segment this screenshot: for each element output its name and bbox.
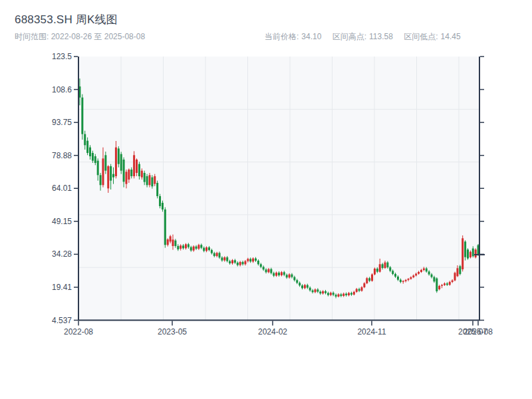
candle-up: [172, 239, 174, 246]
candle-down: [97, 161, 99, 176]
candle-up: [371, 275, 373, 281]
candle-up: [216, 253, 218, 256]
x-axis-label: 2024-02: [258, 327, 287, 336]
candle-down: [317, 289, 319, 291]
candle-down: [293, 277, 295, 281]
kline-chart: 123.5108.693.7578.8864.0149.1534.2819.41…: [0, 0, 532, 399]
candle-down: [265, 269, 267, 272]
candle-up: [304, 285, 306, 289]
candle-down: [386, 263, 388, 267]
candle-down: [242, 262, 244, 264]
y-axis-label: 49.15: [52, 217, 72, 226]
candle-down: [291, 275, 293, 277]
candle-down: [286, 275, 288, 277]
y-axis-label: 78.88: [52, 151, 72, 160]
candle-down: [196, 247, 198, 249]
y-axis-label: 19.41: [52, 283, 72, 292]
candle-up: [363, 283, 365, 287]
candle-down: [162, 203, 164, 209]
candle-down: [182, 245, 184, 248]
x-axis-label: 2022-08: [64, 327, 93, 336]
candle-down: [467, 249, 469, 258]
candle-down: [332, 293, 334, 295]
candle-down: [296, 280, 298, 283]
candle-up: [366, 278, 368, 283]
candle-down: [151, 178, 153, 187]
candle-down: [382, 264, 384, 268]
candle-down: [263, 267, 265, 269]
candle-down: [156, 183, 158, 196]
candle-up: [405, 280, 407, 281]
candle-up: [456, 268, 458, 276]
candle-up: [180, 245, 182, 249]
x-axis-label: 2024-11: [357, 327, 386, 336]
candle-down: [138, 164, 140, 176]
y-axis-label: 34.28: [52, 249, 72, 259]
candle-down: [309, 288, 311, 291]
candle-up: [449, 282, 451, 285]
x-axis-label: 2023-05: [158, 327, 187, 336]
candle-down: [94, 156, 96, 163]
candle-down: [400, 280, 402, 282]
candle-up: [185, 244, 187, 248]
candle-down: [200, 245, 202, 247]
candle-up: [289, 275, 291, 278]
candle-down: [144, 173, 146, 182]
candle-down: [431, 275, 433, 277]
candle-down: [428, 271, 430, 274]
candle-down: [301, 285, 303, 288]
candle-up: [322, 291, 324, 293]
candle-up: [198, 245, 200, 249]
candle-down: [312, 291, 314, 293]
candle-up: [415, 274, 417, 276]
candle-up: [314, 289, 316, 292]
candle-up: [475, 249, 477, 257]
candle-down: [237, 263, 239, 265]
candle-down: [392, 271, 394, 274]
y-axis-label: 64.01: [52, 184, 72, 193]
candle-up: [412, 275, 414, 277]
candle-up: [356, 289, 358, 292]
candle-down: [188, 244, 190, 247]
candle-down: [433, 277, 435, 282]
candle-down: [92, 153, 94, 161]
candle-down: [283, 272, 285, 275]
candle-up: [193, 247, 195, 251]
candle-up: [348, 293, 350, 295]
candle-up: [275, 273, 277, 276]
candle-down: [249, 259, 251, 261]
candle-down: [255, 259, 257, 261]
candle-up: [342, 294, 344, 296]
candle-down: [86, 141, 88, 153]
y-axis-label: 123.5: [52, 52, 72, 61]
candle-down: [278, 273, 280, 275]
candle-up: [136, 160, 138, 173]
candle-down: [229, 261, 231, 263]
candle-down: [273, 273, 275, 276]
candle-up: [239, 262, 241, 265]
candle-up: [330, 293, 332, 295]
candle-down: [472, 249, 474, 257]
candle-down: [219, 253, 221, 257]
candle-down: [260, 264, 262, 267]
y-axis-label: 108.6: [52, 85, 72, 94]
candle-up: [441, 285, 443, 286]
candle-up: [420, 270, 422, 272]
candle-down: [146, 176, 148, 185]
kline-figure: { "header": { "title": "688353.SH 周K线图",…: [0, 0, 532, 399]
candle-down: [89, 148, 91, 156]
candle-down: [100, 175, 102, 185]
candle-up: [423, 269, 425, 270]
candle-down: [340, 295, 342, 296]
candle-up: [452, 281, 454, 282]
candle-up: [379, 264, 381, 271]
candle-up: [410, 277, 412, 279]
candle-down: [368, 278, 370, 281]
candle-down: [120, 154, 122, 171]
candle-down: [350, 293, 352, 295]
candle-up: [418, 272, 420, 274]
candle-up: [128, 170, 130, 180]
candle-up: [125, 172, 127, 184]
candle-up: [454, 273, 456, 280]
candle-up: [247, 259, 249, 261]
